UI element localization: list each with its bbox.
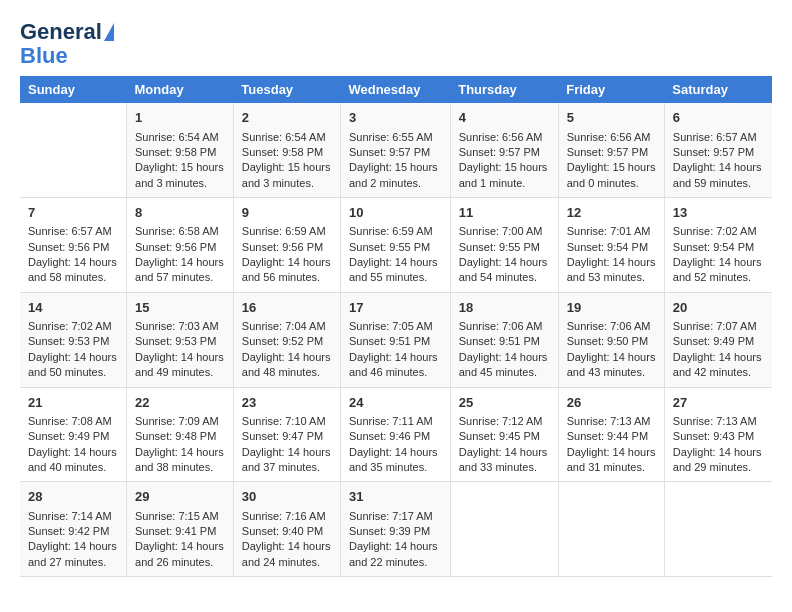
day-number: 14 bbox=[28, 299, 118, 317]
day-info: Sunrise: 6:56 AM bbox=[567, 130, 656, 145]
day-cell: 23Sunrise: 7:10 AMSunset: 9:47 PMDayligh… bbox=[233, 387, 340, 482]
column-header-monday: Monday bbox=[127, 76, 234, 103]
day-info: Sunset: 9:50 PM bbox=[567, 334, 656, 349]
day-info: Sunset: 9:48 PM bbox=[135, 429, 225, 444]
day-info: Daylight: 14 hours bbox=[349, 539, 442, 554]
day-info: Sunrise: 7:02 AM bbox=[28, 319, 118, 334]
day-cell bbox=[450, 482, 558, 577]
day-number: 16 bbox=[242, 299, 332, 317]
day-cell: 20Sunrise: 7:07 AMSunset: 9:49 PMDayligh… bbox=[664, 292, 772, 387]
day-cell: 17Sunrise: 7:05 AMSunset: 9:51 PMDayligh… bbox=[340, 292, 450, 387]
day-info: Sunset: 9:57 PM bbox=[459, 145, 550, 160]
day-info: and 1 minute. bbox=[459, 176, 550, 191]
day-cell: 12Sunrise: 7:01 AMSunset: 9:54 PMDayligh… bbox=[558, 198, 664, 293]
day-info: and 31 minutes. bbox=[567, 460, 656, 475]
day-number: 17 bbox=[349, 299, 442, 317]
day-info: and 52 minutes. bbox=[673, 270, 764, 285]
day-info: Sunset: 9:58 PM bbox=[135, 145, 225, 160]
day-cell: 3Sunrise: 6:55 AMSunset: 9:57 PMDaylight… bbox=[340, 103, 450, 197]
day-cell: 11Sunrise: 7:00 AMSunset: 9:55 PMDayligh… bbox=[450, 198, 558, 293]
day-number: 10 bbox=[349, 204, 442, 222]
day-cell: 1Sunrise: 6:54 AMSunset: 9:58 PMDaylight… bbox=[127, 103, 234, 197]
week-row-4: 21Sunrise: 7:08 AMSunset: 9:49 PMDayligh… bbox=[20, 387, 772, 482]
day-number: 13 bbox=[673, 204, 764, 222]
day-cell: 18Sunrise: 7:06 AMSunset: 9:51 PMDayligh… bbox=[450, 292, 558, 387]
day-info: Daylight: 14 hours bbox=[673, 255, 764, 270]
column-header-wednesday: Wednesday bbox=[340, 76, 450, 103]
week-row-3: 14Sunrise: 7:02 AMSunset: 9:53 PMDayligh… bbox=[20, 292, 772, 387]
day-info: and 26 minutes. bbox=[135, 555, 225, 570]
logo-general: General bbox=[20, 20, 102, 44]
day-info: Sunrise: 6:59 AM bbox=[349, 224, 442, 239]
day-info: Sunrise: 7:01 AM bbox=[567, 224, 656, 239]
week-row-1: 1Sunrise: 6:54 AMSunset: 9:58 PMDaylight… bbox=[20, 103, 772, 197]
day-cell bbox=[558, 482, 664, 577]
day-info: Daylight: 15 hours bbox=[349, 160, 442, 175]
logo: General Blue bbox=[20, 20, 114, 68]
day-number: 24 bbox=[349, 394, 442, 412]
day-number: 1 bbox=[135, 109, 225, 127]
day-info: and 3 minutes. bbox=[135, 176, 225, 191]
column-header-thursday: Thursday bbox=[450, 76, 558, 103]
day-info: Sunset: 9:51 PM bbox=[349, 334, 442, 349]
day-info: Daylight: 14 hours bbox=[242, 350, 332, 365]
day-info: and 54 minutes. bbox=[459, 270, 550, 285]
day-cell: 25Sunrise: 7:12 AMSunset: 9:45 PMDayligh… bbox=[450, 387, 558, 482]
day-number: 15 bbox=[135, 299, 225, 317]
day-cell: 13Sunrise: 7:02 AMSunset: 9:54 PMDayligh… bbox=[664, 198, 772, 293]
day-info: and 38 minutes. bbox=[135, 460, 225, 475]
day-info: Sunset: 9:49 PM bbox=[673, 334, 764, 349]
day-number: 23 bbox=[242, 394, 332, 412]
column-header-tuesday: Tuesday bbox=[233, 76, 340, 103]
day-info: Sunrise: 7:07 AM bbox=[673, 319, 764, 334]
day-info: Daylight: 14 hours bbox=[242, 255, 332, 270]
day-info: Sunset: 9:42 PM bbox=[28, 524, 118, 539]
day-number: 22 bbox=[135, 394, 225, 412]
day-cell: 2Sunrise: 6:54 AMSunset: 9:58 PMDaylight… bbox=[233, 103, 340, 197]
header-row: SundayMondayTuesdayWednesdayThursdayFrid… bbox=[20, 76, 772, 103]
day-info: and 58 minutes. bbox=[28, 270, 118, 285]
day-info: Sunset: 9:53 PM bbox=[28, 334, 118, 349]
day-info: Sunset: 9:45 PM bbox=[459, 429, 550, 444]
day-info: Sunrise: 6:56 AM bbox=[459, 130, 550, 145]
day-info: Sunset: 9:52 PM bbox=[242, 334, 332, 349]
day-cell: 27Sunrise: 7:13 AMSunset: 9:43 PMDayligh… bbox=[664, 387, 772, 482]
day-cell: 8Sunrise: 6:58 AMSunset: 9:56 PMDaylight… bbox=[127, 198, 234, 293]
day-info: Daylight: 15 hours bbox=[242, 160, 332, 175]
day-info: Daylight: 14 hours bbox=[135, 445, 225, 460]
day-info: Daylight: 14 hours bbox=[567, 445, 656, 460]
day-info: Sunrise: 7:00 AM bbox=[459, 224, 550, 239]
day-cell: 30Sunrise: 7:16 AMSunset: 9:40 PMDayligh… bbox=[233, 482, 340, 577]
day-cell: 26Sunrise: 7:13 AMSunset: 9:44 PMDayligh… bbox=[558, 387, 664, 482]
day-number: 8 bbox=[135, 204, 225, 222]
day-info: Sunrise: 7:06 AM bbox=[459, 319, 550, 334]
day-number: 28 bbox=[28, 488, 118, 506]
day-info: Daylight: 14 hours bbox=[349, 255, 442, 270]
day-number: 31 bbox=[349, 488, 442, 506]
day-info: and 2 minutes. bbox=[349, 176, 442, 191]
day-number: 7 bbox=[28, 204, 118, 222]
day-info: Sunrise: 7:16 AM bbox=[242, 509, 332, 524]
day-info: Daylight: 14 hours bbox=[673, 445, 764, 460]
day-info: Sunset: 9:54 PM bbox=[673, 240, 764, 255]
day-info: Daylight: 14 hours bbox=[673, 350, 764, 365]
day-info: Daylight: 14 hours bbox=[567, 350, 656, 365]
day-info: and 48 minutes. bbox=[242, 365, 332, 380]
week-row-2: 7Sunrise: 6:57 AMSunset: 9:56 PMDaylight… bbox=[20, 198, 772, 293]
day-cell: 9Sunrise: 6:59 AMSunset: 9:56 PMDaylight… bbox=[233, 198, 340, 293]
day-cell bbox=[20, 103, 127, 197]
day-cell: 19Sunrise: 7:06 AMSunset: 9:50 PMDayligh… bbox=[558, 292, 664, 387]
day-info: Daylight: 14 hours bbox=[673, 160, 764, 175]
day-info: and 59 minutes. bbox=[673, 176, 764, 191]
header: General Blue bbox=[20, 20, 772, 68]
day-cell: 15Sunrise: 7:03 AMSunset: 9:53 PMDayligh… bbox=[127, 292, 234, 387]
day-info: Sunset: 9:51 PM bbox=[459, 334, 550, 349]
day-cell: 10Sunrise: 6:59 AMSunset: 9:55 PMDayligh… bbox=[340, 198, 450, 293]
day-info: Daylight: 14 hours bbox=[28, 255, 118, 270]
calendar-header: SundayMondayTuesdayWednesdayThursdayFrid… bbox=[20, 76, 772, 103]
day-info: Sunrise: 6:54 AM bbox=[242, 130, 332, 145]
day-info: Sunset: 9:44 PM bbox=[567, 429, 656, 444]
day-info: and 53 minutes. bbox=[567, 270, 656, 285]
day-info: and 24 minutes. bbox=[242, 555, 332, 570]
day-info: Daylight: 14 hours bbox=[242, 539, 332, 554]
